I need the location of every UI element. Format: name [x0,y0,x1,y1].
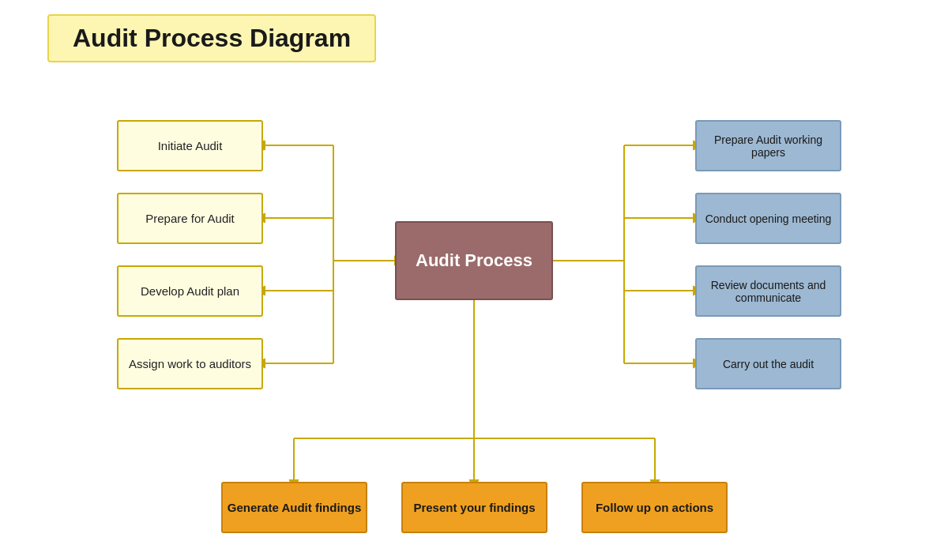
bottom-box-present: Present your findings [401,482,547,533]
right-box-carry-out: Carry out the audit [695,338,841,389]
left-box-prepare: Prepare for Audit [117,193,263,244]
left-box-initiate: Initiate Audit [117,120,263,171]
page-title: Audit Process Diagram [73,24,351,52]
title-box: Audit Process Diagram [47,14,376,62]
bottom-box-generate: Generate Audit findings [221,482,367,533]
center-box: Audit Process [395,221,553,300]
right-box-opening-meeting: Conduct opening meeting [695,193,841,244]
bottom-box-follow-up: Follow up on actions [581,482,728,533]
right-box-review-docs: Review documents and communicate [695,265,841,317]
left-box-develop: Develop Audit plan [117,265,263,317]
left-box-assign: Assign work to auditors [117,338,263,389]
right-box-working-papers: Prepare Audit working papers [695,120,841,171]
